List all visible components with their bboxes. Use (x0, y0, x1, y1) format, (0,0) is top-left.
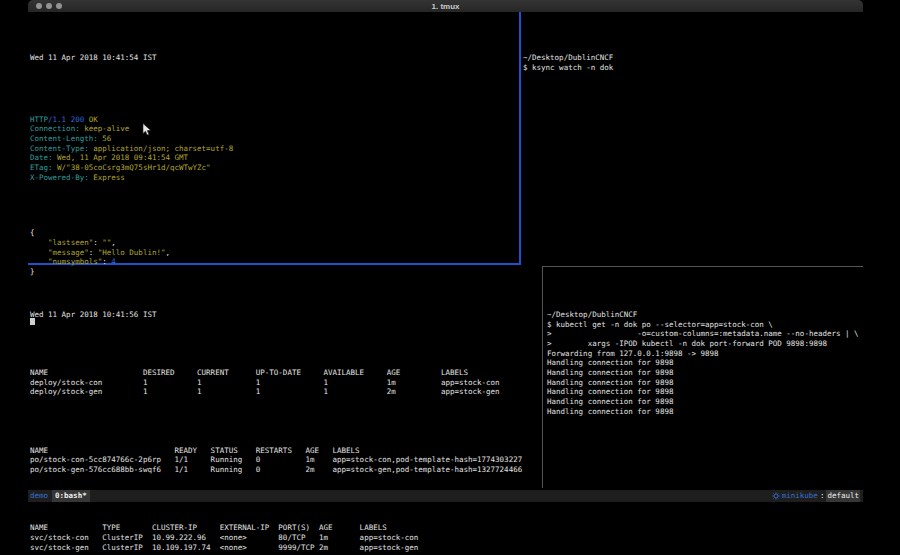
date-line: Wed 11 Apr 2018 10:41:54 IST (30, 53, 517, 63)
date-line: Wed 11 Apr 2018 10:41:56 IST (30, 310, 540, 320)
terminal-line: Handling connection for 9898 (547, 378, 863, 388)
terminal-line: > xargs -IPOD kubectl -n dok port-forwar… (547, 339, 863, 349)
terminal-line: "lastseen": "", (30, 238, 517, 248)
terminal-line: Handling connection for 9898 (547, 358, 863, 368)
window-title: 1. tmux (28, 2, 863, 11)
pods-table: NAME READY STATUS RESTARTS AGE LABELSpo/… (30, 446, 540, 475)
port-forward-output-block: ~/Desktop/DublinCNCF$ kubectl get -n dok… (547, 310, 863, 417)
terminal-line: Forwarding from 127.0.0.1:9898 -> 9898 (547, 349, 863, 359)
pane-kubectl-get[interactable]: Wed 11 Apr 2018 10:41:56 IST NAME DESIRE… (30, 267, 540, 487)
terminal-line: ~/Desktop/DublinCNCF (547, 310, 863, 320)
terminal-line: svc/stock-gen ClusterIP 10.109.197.74 <n… (30, 543, 540, 553)
status-left: demo 0:bash* (30, 490, 90, 502)
screen: 1. tmux Wed 11 Apr 2018 10:41:54 IST HTT… (0, 0, 900, 555)
active-pane-divider-vertical[interactable] (519, 12, 521, 264)
terminal-line: HTTP/1.1 200 OK (30, 115, 517, 125)
terminal-line: svc/stock-con ClusterIP 10.99.222.96 <no… (30, 533, 540, 543)
deployments-table: NAME DESIRED CURRENT UP-TO-DATE AVAILABL… (30, 368, 540, 397)
terminal-line: deploy/stock-con 1 1 1 1 1m app=stock-co… (30, 378, 540, 388)
terminal-line: Handling connection for 9898 (547, 397, 863, 407)
services-table: NAME TYPE CLUSTER-IP EXTERNAL-IP PORT(S)… (30, 523, 540, 552)
kube-context: minikube (782, 490, 818, 502)
terminal-line: $ kubectl get -n dok po --selector=app=s… (547, 320, 863, 330)
tmux-status-bar: demo 0:bash* minikube:default (28, 490, 863, 502)
status-right: minikube:default (772, 490, 860, 502)
terminal-line: "numsymbols": 4 (30, 257, 517, 267)
terminal-line: NAME READY STATUS RESTARTS AGE LABELS (30, 446, 540, 456)
kube-separator: : (820, 490, 825, 502)
http-headers-block: HTTP/1.1 200 OKConnection: keep-aliveCon… (30, 115, 517, 183)
terminal-line: "message": "Hello Dublin!", (30, 248, 517, 258)
terminal-line: Content-Type: application/json; charset=… (30, 144, 517, 154)
mouse-pointer-icon (142, 122, 152, 140)
terminal-line: Handling connection for 9898 (547, 407, 863, 417)
kube-namespace: default (826, 490, 860, 502)
terminal-line: NAME TYPE CLUSTER-IP EXTERNAL-IP PORT(S)… (30, 523, 540, 533)
terminal-line: ~/Desktop/DublinCNCF (523, 53, 861, 63)
helm-wheel-icon (772, 492, 780, 500)
pane-ksync-watch[interactable]: ~/Desktop/DublinCNCF$ ksync watch -n dok (523, 12, 861, 262)
pane-divider-vertical[interactable] (542, 266, 543, 488)
terminal-line: ETag: W/"38-05coCsrg3mQ75sHr1d/qcWTwYZc" (30, 163, 517, 173)
window-titlebar[interactable]: 1. tmux (28, 0, 863, 12)
terminal-line: Connection: keep-alive (30, 124, 517, 134)
ksync-output-block: ~/Desktop/DublinCNCF$ ksync watch -n dok (523, 53, 861, 72)
terminal-line: X-Powered-By: Express (30, 173, 517, 183)
terminal-line: $ ksync watch -n dok (523, 63, 861, 73)
terminal-line: Date: Wed, 11 Apr 2018 09:41:54 GMT (30, 153, 517, 163)
terminal-line: NAME DESIRED CURRENT UP-TO-DATE AVAILABL… (30, 368, 540, 378)
terminal-line: po/stock-con-5cc874766c-2p6rp 1/1 Runnin… (30, 455, 540, 465)
terminal-line: po/stock-gen-576cc688bb-swqf6 1/1 Runnin… (30, 465, 540, 475)
terminal-line: { (30, 228, 517, 238)
terminal-line: deploy/stock-gen 1 1 1 1 2m app=stock-ge… (30, 387, 540, 397)
terminal-line: > -o=custom-columns=:metadata.name --no-… (547, 329, 863, 339)
pane-http-response[interactable]: Wed 11 Apr 2018 10:41:54 IST HTTP/1.1 20… (30, 12, 517, 262)
session-name: demo (30, 490, 48, 502)
terminal-line: Handling connection for 9898 (547, 387, 863, 397)
terminal-line: Handling connection for 9898 (547, 368, 863, 378)
pane-port-forward[interactable]: ~/Desktop/DublinCNCF$ kubectl get -n dok… (547, 267, 863, 487)
window-tab-current[interactable]: 0:bash* (52, 490, 90, 502)
terminal-line: Content-Length: 56 (30, 134, 517, 144)
